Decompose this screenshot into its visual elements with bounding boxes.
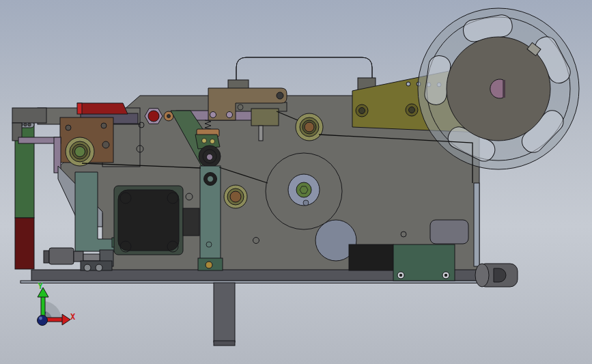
cad-3d-viewport[interactable]: Z Y X	[0, 0, 592, 364]
red-top-bar[interactable]	[77, 103, 128, 114]
guide-roller-left[interactable]	[66, 137, 94, 166]
end-knob-cylinder[interactable]	[475, 264, 518, 287]
origin-sphere	[38, 316, 48, 326]
center-post[interactable]	[198, 166, 223, 270]
gray-block[interactable]	[430, 220, 468, 244]
x-axis-label: X	[70, 312, 76, 322]
guide-roller-mid[interactable]	[224, 185, 247, 208]
side-plate	[474, 183, 479, 266]
guide-roller-top[interactable]	[296, 113, 323, 141]
sensor-rod	[259, 126, 263, 141]
nip-roller[interactable]	[199, 145, 221, 167]
support-leg[interactable]	[214, 283, 235, 346]
y-axis-label: Y	[38, 281, 43, 291]
teal-terminal-box[interactable]	[393, 244, 455, 281]
axis-triad: Z Y X	[38, 281, 76, 326]
maroon-lower-plate[interactable]	[15, 218, 34, 269]
tape-reel-wheel[interactable]	[418, 8, 579, 169]
black-block[interactable]	[349, 244, 393, 270]
